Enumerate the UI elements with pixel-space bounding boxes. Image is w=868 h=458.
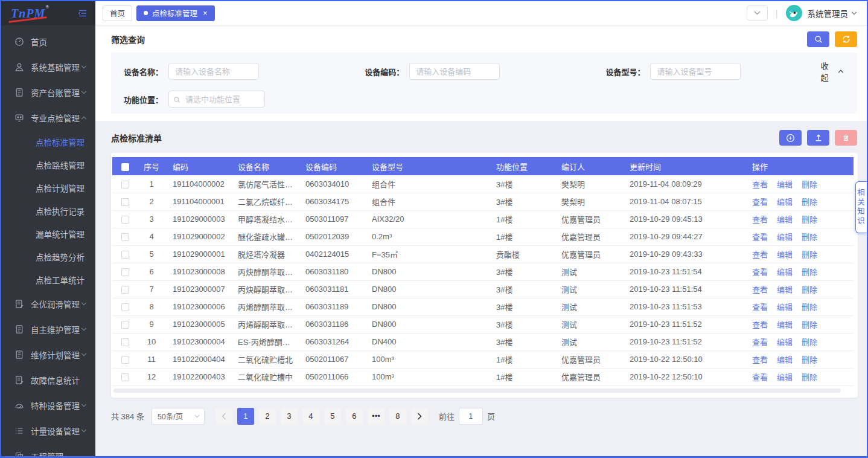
view-link[interactable]: 查看 xyxy=(752,285,768,294)
edit-link[interactable]: 编辑 xyxy=(777,215,793,224)
delete-link[interactable]: 删除 xyxy=(802,320,817,329)
sidebar-item-8[interactable]: 特种设备管理 xyxy=(1,393,95,418)
delete-link[interactable]: 删除 xyxy=(802,268,817,277)
delete-link[interactable]: 删除 xyxy=(802,250,817,259)
sidebar-subitem-3-2[interactable]: 点检计划管理 xyxy=(1,176,95,199)
delete-link[interactable]: 删除 xyxy=(802,355,817,364)
edit-link[interactable]: 编辑 xyxy=(777,338,793,347)
row-checkbox[interactable] xyxy=(121,216,129,224)
view-link[interactable]: 查看 xyxy=(752,373,768,382)
edit-link[interactable]: 编辑 xyxy=(777,285,793,294)
sidebar-item-5[interactable]: 自主维护管理 xyxy=(1,317,95,342)
row-checkbox[interactable] xyxy=(121,181,129,189)
add-button[interactable] xyxy=(779,130,802,146)
sidebar-item-3[interactable]: 专业点检管理 xyxy=(1,105,95,131)
delete-link[interactable]: 删除 xyxy=(802,233,817,242)
delete-link[interactable]: 删除 xyxy=(802,180,817,189)
edit-link[interactable]: 编辑 xyxy=(777,303,793,312)
delete-link[interactable]: 删除 xyxy=(802,373,817,382)
sidebar-item-10[interactable]: 工程管理 xyxy=(1,443,95,456)
page-button-8[interactable]: 8 xyxy=(389,408,406,425)
tab-home[interactable]: 首页 xyxy=(103,5,132,21)
device-name-input[interactable] xyxy=(168,63,259,80)
page-button-4[interactable]: 4 xyxy=(302,408,319,425)
row-checkbox[interactable] xyxy=(121,233,129,241)
sidebar-item-2[interactable]: 资产台账管理 xyxy=(1,80,95,105)
sidebar-item-7[interactable]: 故障信息统计 xyxy=(1,367,95,393)
delete-link[interactable]: 删除 xyxy=(802,215,817,224)
view-link[interactable]: 查看 xyxy=(752,268,768,277)
page-size-select[interactable]: 50条/页 xyxy=(152,408,205,425)
edit-link[interactable]: 编辑 xyxy=(777,320,793,329)
edit-link[interactable]: 编辑 xyxy=(777,233,793,242)
tab-close-icon[interactable]: × xyxy=(203,9,208,17)
sidebar-subitem-3-4[interactable]: 漏单统计管理 xyxy=(1,222,95,245)
edit-link[interactable]: 编辑 xyxy=(777,373,793,382)
edit-link[interactable]: 编辑 xyxy=(777,198,793,207)
delete-link[interactable]: 删除 xyxy=(802,285,817,294)
device-model-input[interactable] xyxy=(650,63,741,80)
delete-button[interactable] xyxy=(835,130,857,146)
row-checkbox[interactable] xyxy=(121,321,129,329)
page-button-6[interactable]: 6 xyxy=(346,408,363,425)
scrollbar-thumb[interactable] xyxy=(113,389,841,393)
page-button-2[interactable]: 2 xyxy=(259,408,276,425)
menu-fold-icon[interactable] xyxy=(77,8,88,19)
sidebar-subitem-3-0[interactable]: 点检标准管理 xyxy=(1,131,95,153)
view-link[interactable]: 查看 xyxy=(752,338,768,347)
page-button-5[interactable]: 5 xyxy=(324,408,341,425)
goto-page-input[interactable] xyxy=(459,408,483,425)
sidebar-item-0[interactable]: 首页 xyxy=(1,29,95,54)
edit-link[interactable]: 编辑 xyxy=(777,355,793,364)
collapse-filters-link[interactable]: 收起 xyxy=(821,60,845,83)
next-page-button[interactable] xyxy=(411,408,428,425)
user-chevron-down-icon[interactable] xyxy=(851,11,857,15)
view-link[interactable]: 查看 xyxy=(752,320,768,329)
row-checkbox[interactable] xyxy=(121,338,129,346)
row-checkbox[interactable] xyxy=(121,356,129,364)
edit-link[interactable]: 编辑 xyxy=(777,268,793,277)
view-link[interactable]: 查看 xyxy=(752,303,768,312)
sidebar-item-1[interactable]: 系统基础管理 xyxy=(1,54,95,80)
device-code-input[interactable] xyxy=(409,63,500,80)
upload-button[interactable] xyxy=(807,130,829,146)
view-link[interactable]: 查看 xyxy=(752,250,768,259)
horizontal-scrollbar[interactable] xyxy=(113,388,848,394)
sidebar-subitem-3-3[interactable]: 点检执行记录 xyxy=(1,199,95,222)
sidebar-item-4[interactable]: 全优润滑管理 xyxy=(1,291,95,317)
delete-link[interactable]: 删除 xyxy=(802,303,817,312)
edit-link[interactable]: 编辑 xyxy=(777,250,793,259)
row-checkbox[interactable] xyxy=(121,303,129,311)
row-checkbox[interactable] xyxy=(121,286,129,294)
function-location-input[interactable] xyxy=(168,91,265,108)
search-button[interactable] xyxy=(807,31,829,47)
row-checkbox[interactable] xyxy=(121,198,129,206)
view-link[interactable]: 查看 xyxy=(752,233,768,242)
sidebar-item-6[interactable]: 维修计划管理 xyxy=(1,342,95,367)
view-link[interactable]: 查看 xyxy=(752,198,768,207)
view-link[interactable]: 查看 xyxy=(752,355,768,364)
row-checkbox[interactable] xyxy=(121,251,129,259)
sidebar-subitem-3-1[interactable]: 点检路线管理 xyxy=(1,153,95,176)
avatar[interactable] xyxy=(786,5,802,21)
page-button-3[interactable]: 3 xyxy=(281,408,298,425)
select-all-checkbox[interactable] xyxy=(121,163,129,171)
tabs-dropdown-button[interactable] xyxy=(747,5,768,21)
refresh-button[interactable] xyxy=(835,31,857,47)
delete-link[interactable]: 删除 xyxy=(802,338,817,347)
related-knowledge-tab[interactable]: 相关知识 xyxy=(855,181,867,233)
view-link[interactable]: 查看 xyxy=(752,215,768,224)
edit-link[interactable]: 编辑 xyxy=(777,180,793,189)
page-button-1[interactable]: 1 xyxy=(237,408,254,425)
row-checkbox[interactable] xyxy=(121,373,129,381)
row-checkbox[interactable] xyxy=(121,268,129,276)
user-name[interactable]: 系统管理员 xyxy=(808,7,849,19)
pager-ellipsis[interactable]: ••• xyxy=(368,408,385,425)
sidebar-item-9[interactable]: 计量设备管理 xyxy=(1,418,95,443)
sidebar-subitem-3-6[interactable]: 点检工单统计 xyxy=(1,268,95,291)
prev-page-button[interactable] xyxy=(215,408,232,425)
view-link[interactable]: 查看 xyxy=(752,180,768,189)
delete-link[interactable]: 删除 xyxy=(802,198,817,207)
sidebar-subitem-3-5[interactable]: 点检趋势分析 xyxy=(1,245,95,268)
tab-inspection-standard[interactable]: 点检标准管理 × xyxy=(136,5,215,21)
